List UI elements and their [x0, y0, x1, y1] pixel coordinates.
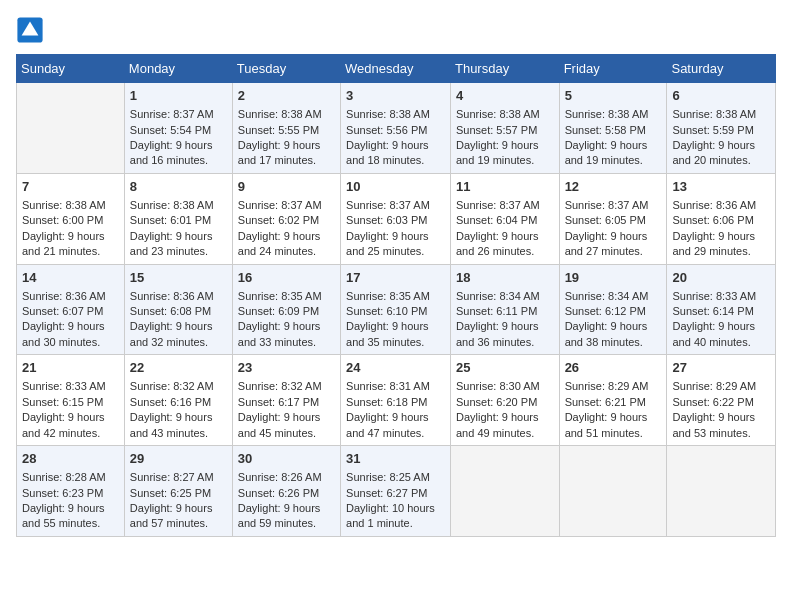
day-info: Daylight: 9 hours — [565, 138, 662, 153]
day-info: and 47 minutes. — [346, 426, 445, 441]
day-number: 3 — [346, 87, 445, 105]
day-cell: 15Sunrise: 8:36 AMSunset: 6:08 PMDayligh… — [124, 264, 232, 355]
day-info: and 18 minutes. — [346, 153, 445, 168]
day-info: Daylight: 9 hours — [346, 319, 445, 334]
day-info: Sunset: 6:06 PM — [672, 213, 770, 228]
day-cell: 1Sunrise: 8:37 AMSunset: 5:54 PMDaylight… — [124, 83, 232, 174]
day-number: 16 — [238, 269, 335, 287]
day-info: Sunset: 5:55 PM — [238, 123, 335, 138]
day-info: and 33 minutes. — [238, 335, 335, 350]
day-info: Sunset: 6:23 PM — [22, 486, 119, 501]
day-info: Sunrise: 8:32 AM — [238, 379, 335, 394]
day-info: Sunrise: 8:34 AM — [565, 289, 662, 304]
day-info: and 53 minutes. — [672, 426, 770, 441]
day-number: 27 — [672, 359, 770, 377]
day-info: Sunset: 6:17 PM — [238, 395, 335, 410]
day-header-friday: Friday — [559, 55, 667, 83]
day-info: Daylight: 9 hours — [565, 410, 662, 425]
day-info: Sunrise: 8:37 AM — [130, 107, 227, 122]
day-info: Sunset: 6:03 PM — [346, 213, 445, 228]
day-info: and 59 minutes. — [238, 516, 335, 531]
day-info: Sunrise: 8:34 AM — [456, 289, 554, 304]
day-info: and 43 minutes. — [130, 426, 227, 441]
day-number: 5 — [565, 87, 662, 105]
day-info: Daylight: 9 hours — [238, 319, 335, 334]
day-number: 28 — [22, 450, 119, 468]
day-info: Daylight: 9 hours — [130, 410, 227, 425]
day-info: Daylight: 9 hours — [22, 319, 119, 334]
day-cell: 3Sunrise: 8:38 AMSunset: 5:56 PMDaylight… — [341, 83, 451, 174]
day-info: Sunset: 6:20 PM — [456, 395, 554, 410]
day-info: and 26 minutes. — [456, 244, 554, 259]
day-info: Sunset: 6:05 PM — [565, 213, 662, 228]
day-info: and 35 minutes. — [346, 335, 445, 350]
day-info: Sunset: 6:26 PM — [238, 486, 335, 501]
day-info: Daylight: 9 hours — [456, 319, 554, 334]
day-info: and 40 minutes. — [672, 335, 770, 350]
day-number: 7 — [22, 178, 119, 196]
day-cell: 30Sunrise: 8:26 AMSunset: 6:26 PMDayligh… — [232, 446, 340, 537]
day-info: Sunrise: 8:38 AM — [565, 107, 662, 122]
day-info: Daylight: 9 hours — [672, 319, 770, 334]
day-cell: 14Sunrise: 8:36 AMSunset: 6:07 PMDayligh… — [17, 264, 125, 355]
day-header-sunday: Sunday — [17, 55, 125, 83]
day-header-monday: Monday — [124, 55, 232, 83]
day-info: Sunrise: 8:29 AM — [565, 379, 662, 394]
day-info: Daylight: 9 hours — [130, 229, 227, 244]
day-number: 1 — [130, 87, 227, 105]
day-info: Sunrise: 8:37 AM — [346, 198, 445, 213]
day-info: Sunrise: 8:38 AM — [346, 107, 445, 122]
day-info: and 20 minutes. — [672, 153, 770, 168]
day-cell: 5Sunrise: 8:38 AMSunset: 5:58 PMDaylight… — [559, 83, 667, 174]
day-cell: 22Sunrise: 8:32 AMSunset: 6:16 PMDayligh… — [124, 355, 232, 446]
day-cell: 13Sunrise: 8:36 AMSunset: 6:06 PMDayligh… — [667, 173, 776, 264]
day-info: Daylight: 9 hours — [672, 410, 770, 425]
day-info: Sunrise: 8:36 AM — [130, 289, 227, 304]
day-info: and 16 minutes. — [130, 153, 227, 168]
day-cell: 11Sunrise: 8:37 AMSunset: 6:04 PMDayligh… — [450, 173, 559, 264]
day-number: 11 — [456, 178, 554, 196]
day-info: Sunset: 6:04 PM — [456, 213, 554, 228]
day-info: and 45 minutes. — [238, 426, 335, 441]
day-info: Sunrise: 8:28 AM — [22, 470, 119, 485]
day-info: Sunset: 5:58 PM — [565, 123, 662, 138]
day-info: Daylight: 9 hours — [456, 229, 554, 244]
day-info: Sunrise: 8:27 AM — [130, 470, 227, 485]
day-number: 23 — [238, 359, 335, 377]
logo — [16, 16, 48, 44]
day-info: Sunset: 6:07 PM — [22, 304, 119, 319]
week-row-4: 21Sunrise: 8:33 AMSunset: 6:15 PMDayligh… — [17, 355, 776, 446]
day-info: and 49 minutes. — [456, 426, 554, 441]
header — [16, 16, 776, 44]
day-number: 25 — [456, 359, 554, 377]
day-info: Sunset: 6:01 PM — [130, 213, 227, 228]
day-info: Daylight: 9 hours — [238, 138, 335, 153]
day-info: Daylight: 9 hours — [346, 410, 445, 425]
day-info: and 25 minutes. — [346, 244, 445, 259]
day-info: Sunrise: 8:38 AM — [456, 107, 554, 122]
day-info: Sunset: 6:02 PM — [238, 213, 335, 228]
day-cell: 10Sunrise: 8:37 AMSunset: 6:03 PMDayligh… — [341, 173, 451, 264]
day-header-thursday: Thursday — [450, 55, 559, 83]
days-header-row: SundayMondayTuesdayWednesdayThursdayFrid… — [17, 55, 776, 83]
day-cell: 2Sunrise: 8:38 AMSunset: 5:55 PMDaylight… — [232, 83, 340, 174]
day-number: 14 — [22, 269, 119, 287]
day-number: 19 — [565, 269, 662, 287]
day-info: and 32 minutes. — [130, 335, 227, 350]
day-info: Sunrise: 8:37 AM — [238, 198, 335, 213]
day-info: Sunset: 5:57 PM — [456, 123, 554, 138]
day-info: Sunset: 6:11 PM — [456, 304, 554, 319]
calendar-table: SundayMondayTuesdayWednesdayThursdayFrid… — [16, 54, 776, 537]
day-info: Daylight: 9 hours — [238, 410, 335, 425]
day-info: Daylight: 9 hours — [672, 229, 770, 244]
day-info: Sunset: 6:16 PM — [130, 395, 227, 410]
day-cell: 27Sunrise: 8:29 AMSunset: 6:22 PMDayligh… — [667, 355, 776, 446]
day-info: Daylight: 9 hours — [565, 229, 662, 244]
day-number: 12 — [565, 178, 662, 196]
day-info: Sunset: 5:56 PM — [346, 123, 445, 138]
day-info: Sunset: 6:18 PM — [346, 395, 445, 410]
day-number: 22 — [130, 359, 227, 377]
week-row-5: 28Sunrise: 8:28 AMSunset: 6:23 PMDayligh… — [17, 446, 776, 537]
day-info: Sunrise: 8:33 AM — [22, 379, 119, 394]
day-cell: 7Sunrise: 8:38 AMSunset: 6:00 PMDaylight… — [17, 173, 125, 264]
